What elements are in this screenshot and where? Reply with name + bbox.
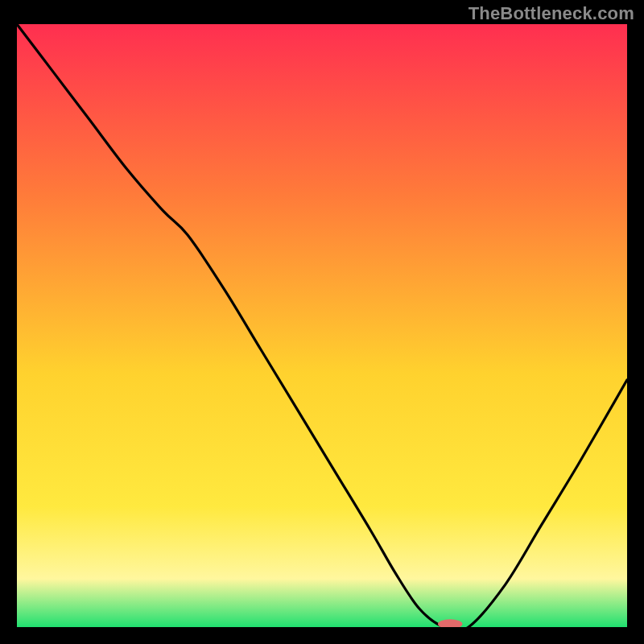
bottleneck-chart xyxy=(17,24,627,627)
plot-area xyxy=(17,24,627,627)
chart-frame: TheBottleneck.com xyxy=(0,0,644,644)
watermark-text: TheBottleneck.com xyxy=(469,3,634,24)
